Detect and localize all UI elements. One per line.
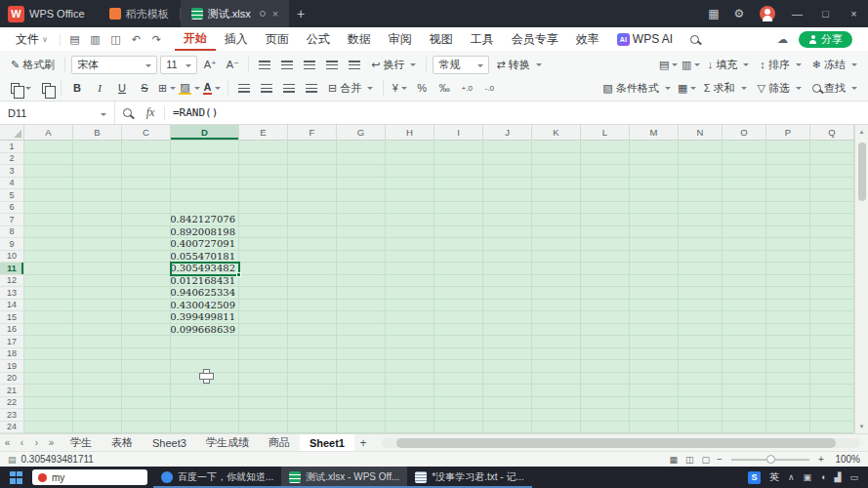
column-header-D[interactable]: D — [171, 125, 239, 141]
filter-button[interactable]: ▽ 筛选 — [754, 78, 806, 99]
cell-L24[interactable] — [581, 422, 630, 434]
cell-J20[interactable] — [483, 373, 532, 386]
zoom-out-button[interactable]: − — [714, 454, 725, 465]
cell-G21[interactable] — [337, 385, 386, 397]
cell-E21[interactable] — [239, 385, 288, 397]
row-header-16[interactable]: 16 — [0, 324, 24, 337]
cell-F20[interactable] — [288, 373, 337, 386]
cell-C10[interactable] — [122, 251, 171, 264]
cell-Q19[interactable] — [810, 360, 854, 373]
cell-C9[interactable] — [122, 238, 171, 251]
cell-L16[interactable] — [581, 324, 630, 337]
cell-L18[interactable] — [581, 348, 630, 361]
row-header-2[interactable]: 2 — [0, 153, 24, 166]
cell-N20[interactable] — [679, 373, 723, 386]
cloud-sync-icon[interactable]: ☁ — [772, 33, 793, 46]
cell-K9[interactable] — [532, 238, 581, 251]
cell-P2[interactable] — [766, 153, 810, 166]
cell-H8[interactable] — [386, 226, 434, 239]
cell-I16[interactable] — [434, 324, 483, 337]
sort-button[interactable]: ↕ 排序 — [756, 55, 806, 75]
cell-E10[interactable] — [239, 251, 288, 264]
cell-K2[interactable] — [532, 153, 581, 166]
cell-E18[interactable] — [239, 348, 288, 361]
sheet-tab-xuesheng[interactable]: 学生 — [61, 434, 102, 451]
cell-A9[interactable] — [24, 238, 73, 251]
cell-M8[interactable] — [630, 226, 679, 239]
align-middle-button[interactable] — [277, 55, 297, 74]
cell-H23[interactable] — [386, 409, 434, 422]
cell-D10[interactable]: 0.055470181 — [171, 251, 239, 264]
scroll-up-icon[interactable]: ▴ — [855, 125, 868, 139]
fill-button[interactable]: ↓ 填充 — [704, 55, 754, 75]
cell-K23[interactable] — [532, 409, 581, 422]
cell-L2[interactable] — [581, 153, 630, 166]
cell-N9[interactable] — [679, 238, 723, 251]
sheet-tab-biaoge[interactable]: 表格 — [102, 434, 143, 451]
cell-K3[interactable] — [532, 165, 581, 178]
cell-Q13[interactable] — [810, 287, 854, 300]
cell-D16[interactable]: 0.099668639 — [171, 324, 239, 337]
column-header-M[interactable]: M — [630, 125, 679, 141]
input-language-indicator[interactable]: 英 — [769, 470, 779, 484]
document-tab-2[interactable]: 测试.xlsx× — [181, 0, 289, 27]
cell-J23[interactable] — [483, 409, 532, 422]
cell-C1[interactable] — [122, 141, 171, 153]
cell-C22[interactable] — [122, 397, 171, 410]
cell-K14[interactable] — [532, 300, 581, 312]
cell-H18[interactable] — [386, 348, 434, 361]
cell-B17[interactable] — [73, 336, 122, 348]
cell-O20[interactable] — [723, 373, 766, 386]
cell-J6[interactable] — [483, 202, 532, 215]
cell-D8[interactable]: 0.892008198 — [171, 226, 239, 239]
network-icon[interactable]: ▟ — [835, 472, 842, 482]
cell-H9[interactable] — [386, 238, 434, 251]
cell-J13[interactable] — [483, 287, 532, 300]
cell-M2[interactable] — [630, 153, 679, 166]
print-preview-icon[interactable]: ◫ — [105, 33, 126, 46]
new-tab-button[interactable]: + — [289, 6, 312, 21]
merge-cells-button[interactable]: ⊟ 合并 — [324, 78, 377, 99]
cell-G10[interactable] — [337, 251, 386, 264]
cell-B24[interactable] — [73, 422, 122, 434]
cell-M19[interactable] — [630, 360, 679, 373]
cell-A15[interactable] — [24, 311, 73, 324]
taskbar-app-wps[interactable]: 测试.xlsx - WPS Off... — [281, 467, 407, 488]
column-header-J[interactable]: J — [483, 125, 532, 141]
cell-K13[interactable] — [532, 287, 581, 300]
cell-N3[interactable] — [679, 165, 723, 178]
cell-D13[interactable]: 0.940625334 — [171, 287, 239, 300]
cell-H7[interactable] — [386, 214, 434, 226]
tab-close-icon[interactable]: × — [272, 8, 278, 20]
cell-K1[interactable] — [532, 141, 581, 153]
row-header-9[interactable]: 9 — [0, 238, 24, 251]
cell-N22[interactable] — [679, 397, 723, 410]
cell-A18[interactable] — [24, 348, 73, 361]
zoom-percent[interactable]: 100% — [827, 454, 860, 465]
cell-M5[interactable] — [630, 189, 679, 202]
cell-A1[interactable] — [24, 141, 73, 153]
cell-I3[interactable] — [434, 165, 483, 178]
column-header-B[interactable]: B — [73, 125, 122, 141]
increase-font-button[interactable]: A⁺ — [200, 55, 220, 74]
cell-P20[interactable] — [766, 373, 810, 386]
zoom-in-button[interactable]: + — [815, 454, 827, 465]
cell-O4[interactable] — [723, 178, 766, 190]
sheet-tab-xueshengchengji[interactable]: 学生成绩 — [196, 434, 259, 451]
rows-columns-button[interactable]: ▤ — [659, 55, 679, 74]
cell-H12[interactable] — [386, 275, 434, 288]
cell-K6[interactable] — [532, 202, 581, 215]
cell-L9[interactable] — [581, 238, 630, 251]
row-header-17[interactable]: 17 — [0, 336, 24, 348]
menu-tab-page[interactable]: 页面 — [257, 27, 298, 51]
cell-I8[interactable] — [434, 226, 483, 239]
zoom-slider[interactable] — [731, 459, 809, 461]
cell-D24[interactable] — [171, 422, 239, 434]
convert-button[interactable]: ⇄ 转换 — [492, 55, 545, 75]
cell-Q1[interactable] — [810, 141, 854, 153]
cell-G13[interactable] — [337, 287, 386, 300]
cell-O13[interactable] — [723, 287, 766, 300]
cell-F12[interactable] — [288, 275, 337, 288]
menu-tab-review[interactable]: 审阅 — [380, 27, 421, 51]
cell-P12[interactable] — [766, 275, 810, 288]
